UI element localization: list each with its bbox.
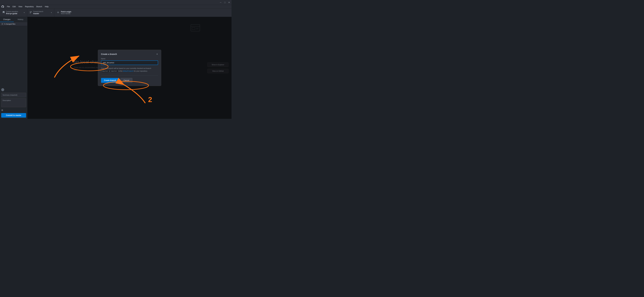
branch-info: Current branch master <box>33 11 50 14</box>
fetch-origin-section[interactable]: Fetch origin Never fetched <box>54 8 232 17</box>
name-label: Name <box>101 58 158 60</box>
repo-chevron-icon: ▾ <box>24 12 24 14</box>
menu-repository[interactable]: Repository <box>24 5 35 8</box>
close-button[interactable]: ✕ <box>228 1 230 4</box>
branch-name: master <box>33 12 50 14</box>
changed-files-count: 0 changed files <box>4 23 16 25</box>
titlebar-controls: ─ □ ✕ <box>220 1 230 4</box>
create-branch-button[interactable]: Create branch <box>101 78 119 83</box>
menubar: File Edit View Repository Branch Help <box>0 5 232 8</box>
co-authors-add: ⊕ <box>1 108 26 112</box>
branch-name-input[interactable] <box>101 60 158 65</box>
menu-view[interactable]: View <box>17 5 24 8</box>
co-authors-row <box>1 88 26 92</box>
sidebar-tabs: Changes History <box>0 17 27 22</box>
fetch-label: Fetch origin <box>61 11 71 13</box>
description-input[interactable]: Description <box>1 98 26 107</box>
repo-name: first-pr-guide <box>6 12 22 14</box>
titlebar: ─ □ ✕ <box>0 0 232 5</box>
main-content: No local changes There are no uncommitte… <box>28 17 232 119</box>
summary-input[interactable]: Summary (required) <box>1 93 26 97</box>
info-text-3: is the <box>118 70 123 72</box>
changed-files-checkbox[interactable]: ✓ <box>2 23 3 25</box>
menu-edit[interactable]: Edit <box>11 5 17 8</box>
modal-title-text: Create a branch <box>101 53 117 55</box>
fetch-text: Fetch origin Never fetched <box>61 11 71 14</box>
current-repo-label: Current repository <box>6 11 22 12</box>
branch-ref-1: master <box>102 70 109 72</box>
changed-files-list <box>0 26 27 71</box>
tab-history[interactable]: History <box>14 17 28 22</box>
add-coauthor-icon[interactable]: ⊕ <box>1 109 3 112</box>
modal-title: Create a branch ✕ <box>101 53 158 55</box>
github-logo <box>1 5 4 8</box>
maximize-button[interactable]: □ <box>224 1 226 4</box>
current-repo-section[interactable]: Current repository first-pr-guide ▾ <box>0 8 27 17</box>
minimize-button[interactable]: ─ <box>220 1 222 4</box>
main-layout: Changes History ✓ 0 changed files Summar… <box>0 17 232 119</box>
branch-icon <box>30 11 32 14</box>
menu-file[interactable]: File <box>6 5 11 8</box>
modal-footer: Create branch Cancel <box>101 76 158 83</box>
current-branch-label: Current branch <box>33 11 50 12</box>
modal-overlay: Create a branch ✕ Name Your new branch w… <box>28 17 232 119</box>
sidebar: Changes History ✓ 0 changed files Summar… <box>0 17 28 119</box>
default-branch-link[interactable]: default branch <box>123 70 134 72</box>
repo-icon <box>2 11 5 14</box>
info-text-2: ). <box>109 70 110 72</box>
repo-info: Current repository first-pr-guide <box>6 11 22 14</box>
content-area: No local changes There are no uncommitte… <box>28 17 232 119</box>
modal-close-button[interactable]: ✕ <box>156 53 158 55</box>
description-placeholder: Description <box>2 100 11 101</box>
avatar <box>1 88 4 91</box>
create-branch-modal: Create a branch ✕ Name Your new branch w… <box>98 50 161 86</box>
sidebar-bottom: Summary (required) Description ⊕ Commit … <box>0 71 27 119</box>
menu-branch[interactable]: Branch <box>35 5 43 8</box>
toolbar: Current repository first-pr-guide ▾ Curr… <box>0 8 232 17</box>
fetch-icon <box>57 11 60 14</box>
cancel-button[interactable]: Cancel <box>120 78 132 83</box>
branch-chevron-icon: ▾ <box>51 12 52 14</box>
current-branch-section[interactable]: Current branch master ▾ <box>27 8 54 17</box>
fetch-sublabel: Never fetched <box>61 13 71 14</box>
info-text-4: for your repository. <box>134 70 148 72</box>
branch-ref-2: master <box>110 70 118 72</box>
modal-info-text: Your new branch will be based on your cu… <box>101 67 158 72</box>
summary-placeholder: Summary (required) <box>2 94 17 96</box>
changed-files-header: ✓ 0 changed files <box>0 22 27 26</box>
tab-changes[interactable]: Changes <box>0 17 14 22</box>
commit-button[interactable]: Commit to master <box>1 113 26 118</box>
menu-help[interactable]: Help <box>44 5 50 8</box>
